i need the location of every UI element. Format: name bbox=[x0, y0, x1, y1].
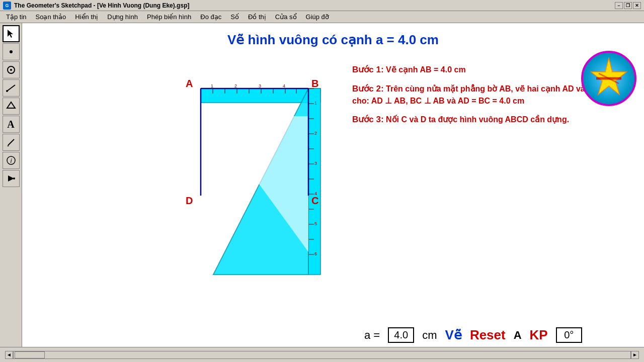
bottom-controls: a = cm Vẽ Reset A KP bbox=[364, 327, 582, 343]
a-value-input[interactable] bbox=[388, 327, 414, 343]
point-a-label: A bbox=[186, 78, 193, 89]
a-unit: cm bbox=[422, 329, 437, 342]
window-title: The Geometer's Sketchpad - [Ve Hinh Vuon… bbox=[14, 2, 189, 9]
step-3: Bước 3: Nối C và D ta được hình vuông AB… bbox=[352, 113, 634, 126]
line-tool[interactable] bbox=[3, 79, 20, 97]
info-tool[interactable]: i bbox=[3, 152, 20, 169]
svg-text:i: i bbox=[10, 157, 12, 164]
svg-point-5 bbox=[6, 90, 8, 92]
svg-line-7 bbox=[8, 139, 14, 145]
point-tool[interactable] bbox=[3, 43, 20, 60]
horizontal-scrollbar[interactable] bbox=[13, 351, 631, 359]
minimize-button[interactable]: – bbox=[615, 2, 623, 9]
svg-line-4 bbox=[7, 85, 15, 91]
polygon-tool[interactable] bbox=[3, 98, 20, 115]
menu-so[interactable]: Số bbox=[226, 12, 243, 22]
scroll-right-button[interactable]: ► bbox=[631, 351, 639, 359]
menu-dodac[interactable]: Đo đạc bbox=[196, 12, 225, 22]
step-1-text-content: Vẽ cạnh AB = 4.0 cm bbox=[386, 65, 466, 74]
toolbar: A i bbox=[0, 23, 22, 347]
svg-marker-6 bbox=[7, 102, 15, 108]
main-area: A i Vẽ hình vuông có cạnh a = 4.0 c bbox=[0, 23, 644, 347]
app-icon: G bbox=[3, 2, 11, 10]
step-2-label: Bước 2: bbox=[352, 84, 384, 94]
reset-button[interactable]: Reset bbox=[470, 327, 506, 343]
svg-rect-28 bbox=[308, 88, 320, 275]
arrow-tool[interactable] bbox=[3, 25, 20, 42]
menu-taptin[interactable]: Tập tin bbox=[2, 12, 31, 22]
menu-hienthi[interactable]: Hiển thị bbox=[71, 12, 102, 22]
menu-giupdo[interactable]: Giúp đỡ bbox=[302, 12, 333, 22]
canvas-area: Vẽ hình vuông có cạnh a = 4.0 cm 1 2 bbox=[22, 23, 644, 347]
svg-text:5: 5 bbox=[314, 221, 317, 226]
svg-point-3 bbox=[10, 69, 12, 71]
menu-soanthao[interactable]: Soạn thảo bbox=[32, 12, 70, 22]
point-c-label: C bbox=[311, 195, 318, 206]
point-b-label: B bbox=[311, 78, 318, 89]
step-3-label: Bước 3: bbox=[352, 115, 384, 124]
svg-marker-52 bbox=[591, 58, 626, 95]
menu-dothi[interactable]: Đồ thị bbox=[244, 12, 270, 22]
svg-point-12 bbox=[13, 177, 15, 179]
text-tool[interactable]: A bbox=[3, 116, 20, 133]
logo-svg bbox=[586, 56, 631, 101]
circle-tool[interactable] bbox=[3, 61, 20, 78]
step-2-text-content: Trên cùng nửa mặt phẳng bờ AB, vẽ hai cạ… bbox=[352, 84, 615, 106]
a-button[interactable]: A bbox=[514, 329, 522, 342]
svg-marker-8 bbox=[7, 145, 9, 146]
menu-phepbienhihn[interactable]: Phép biến hình bbox=[143, 12, 195, 22]
svg-text:3: 3 bbox=[259, 83, 261, 88]
step-1-label: Bước 1: bbox=[352, 65, 384, 74]
menu-dunghihn[interactable]: Dựng hình bbox=[103, 12, 142, 22]
geometry-svg: 1 2 3 4 1 2 bbox=[153, 76, 349, 347]
pencil-tool[interactable] bbox=[3, 134, 20, 151]
title-bar: G The Geometer's Sketchpad - [Ve Hinh Vu… bbox=[0, 0, 644, 11]
svg-text:3: 3 bbox=[314, 161, 317, 166]
scroll-left-button[interactable]: ◄ bbox=[5, 351, 13, 359]
svg-text:1: 1 bbox=[211, 83, 213, 88]
kp-button[interactable]: KP bbox=[530, 327, 548, 343]
a-label: a = bbox=[364, 329, 380, 342]
svg-point-1 bbox=[10, 50, 13, 53]
menu-cuaso[interactable]: Cửa sổ bbox=[271, 12, 301, 22]
svg-text:6: 6 bbox=[314, 251, 317, 256]
page-title: Vẽ hình vuông có cạnh a = 4.0 cm bbox=[22, 23, 644, 48]
svg-text:2: 2 bbox=[314, 131, 317, 136]
angle-input[interactable] bbox=[556, 327, 582, 343]
point-d-label: D bbox=[186, 195, 193, 206]
menu-bar: Tập tin Soạn thảo Hiển thị Dựng hình Phé… bbox=[0, 11, 644, 23]
play-tool[interactable] bbox=[3, 170, 20, 187]
geometry-figure: 1 2 3 4 1 2 bbox=[153, 76, 349, 347]
restore-button[interactable]: ❐ bbox=[624, 2, 632, 9]
bottom-bar: ◄ ► bbox=[0, 347, 644, 362]
logo-circle bbox=[581, 51, 636, 106]
svg-marker-0 bbox=[8, 30, 13, 38]
step-3-text-content: Nối C và D ta được hình vuông ABCD cần d… bbox=[386, 115, 569, 124]
svg-text:4: 4 bbox=[283, 83, 285, 88]
close-button[interactable]: ✕ bbox=[633, 2, 641, 9]
svg-text:2: 2 bbox=[234, 83, 237, 88]
svg-text:1: 1 bbox=[314, 101, 317, 106]
ve-button[interactable]: Vẽ bbox=[445, 327, 462, 343]
